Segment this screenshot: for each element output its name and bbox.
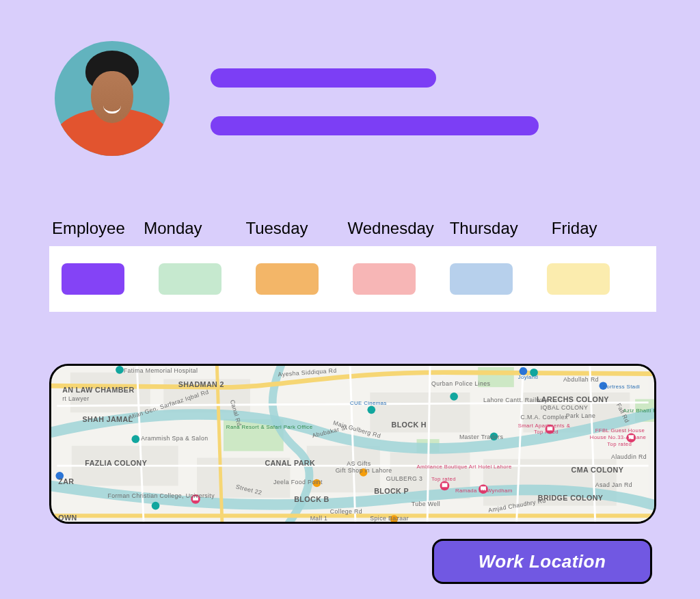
map-label-iqbal: IQBAL COLONY <box>541 404 589 411</box>
map-road-asad: Asad Jan Rd <box>595 481 632 488</box>
header-monday: Monday <box>144 219 245 238</box>
placeholder-line-2 <box>211 116 539 135</box>
map-label-block-b: BLOCK B <box>294 495 329 503</box>
work-location-button[interactable]: Work Location <box>432 539 652 584</box>
chip-employee[interactable] <box>62 263 124 295</box>
map-poi-cma-complex: C.M.A. Complex <box>521 414 568 421</box>
map-poi-fcc: Forman Christian College, University <box>107 492 215 499</box>
map-poi-cantt: Lahore Cantt. Railway <box>483 397 548 403</box>
profile-name-placeholder <box>211 68 539 135</box>
map-label-own: OWN <box>58 514 77 522</box>
svg-point-25 <box>132 435 140 443</box>
profile-header <box>55 41 539 156</box>
header-wednesday: Wednesday <box>348 219 450 238</box>
map-label-block-p: BLOCK P <box>374 487 409 495</box>
chip-friday[interactable] <box>547 263 610 295</box>
map-poi-asgifts: AS Gifts <box>347 460 371 467</box>
map-panel[interactable]: AN LAW CHAMBER rt Lawyer SHAH JAMAL SHAD… <box>49 364 656 524</box>
schedule-headers: Employee Monday Tuesday Wednesday Thursd… <box>49 219 656 246</box>
map-label-shadman2: SHADMAN 2 <box>178 380 224 388</box>
map-poi-master: Master Traders <box>459 434 504 440</box>
map-poi-ramada: Ramada by Wyndham <box>455 488 513 494</box>
chip-tuesday[interactable] <box>256 263 319 295</box>
svg-rect-17 <box>442 483 448 487</box>
map-poi-aziz: Aziz Bhatti Park <box>623 408 654 414</box>
header-friday: Friday <box>552 219 654 238</box>
work-location-label: Work Location <box>479 551 606 572</box>
map-road-abdullah: Abdullah Rd <box>563 376 599 383</box>
map-poi-qurban: Qurban Police Lines <box>431 380 490 387</box>
avatar[interactable] <box>55 41 170 156</box>
map-poi-ambiance: Ambiance Boutique Art Hotel Lahore <box>417 464 512 470</box>
map-label-fazlia: FAZLIA COLONY <box>85 459 147 467</box>
map-poi-joyland: Joyland <box>518 374 539 380</box>
header-thursday: Thursday <box>450 219 552 238</box>
header-tuesday: Tuesday <box>245 219 347 238</box>
map-poi-jeela: Jeela Food Point <box>273 479 323 485</box>
map-poi-cue: CUE Cinemas <box>350 400 387 406</box>
map-poi-smart: Smart Apartments & <box>518 423 571 429</box>
map-poi-arammish: Arammish Spa & Salon <box>141 435 208 442</box>
chip-thursday[interactable] <box>450 263 513 295</box>
svg-point-28 <box>450 392 458 401</box>
map-label-cma: CMA COLONY <box>571 466 624 474</box>
map-poi-ffbl: FFBL Guest House <box>595 427 645 434</box>
map-label-gulberg3: GULBERG 3 <box>386 475 423 482</box>
map-road-parkln: Park Lane <box>566 412 595 419</box>
map-road-tube: Tube Well <box>412 501 440 507</box>
svg-text:Top rated: Top rated <box>607 441 632 447</box>
map-road-college: College Rd <box>330 508 362 515</box>
map-label-canal-park: CANAL PARK <box>265 459 315 467</box>
svg-text:Top rated: Top rated <box>534 429 558 435</box>
svg-point-26 <box>152 502 160 510</box>
map-label-law-chamber: AN LAW CHAMBER <box>62 386 134 394</box>
schedule-row <box>49 246 656 312</box>
chip-monday[interactable] <box>159 263 221 295</box>
svg-point-27 <box>367 405 375 414</box>
map-poi-spice: Spice Bazaar <box>370 515 409 522</box>
svg-text:House No.33-A, Lane: House No.33-A, Lane <box>590 434 646 440</box>
map-label-bridge: BRIDGE COLONY <box>538 494 603 502</box>
map-label-block-h: BLOCK H <box>392 421 427 429</box>
svg-text:Top rated: Top rated <box>431 476 456 482</box>
map-poi-fortress: Fortress Stadi <box>603 384 640 390</box>
map-poi-fatima: Fatima Memorial Hospital <box>124 367 198 374</box>
chip-wednesday[interactable] <box>353 263 416 295</box>
placeholder-line-1 <box>211 68 436 88</box>
map-road-alauddin: Alauddin Rd <box>611 453 647 460</box>
map-label-shah-jamal: SHAH JAMAL <box>82 415 133 423</box>
map-svg: AN LAW CHAMBER rt Lawyer SHAH JAMAL SHAD… <box>51 366 654 522</box>
map-label-zar: ZAR <box>58 477 74 485</box>
svg-point-24 <box>116 366 124 374</box>
svg-text:Gift Shop in Lahore: Gift Shop in Lahore <box>336 467 392 474</box>
header-employee: Employee <box>52 219 144 238</box>
map-road-mall: Mall 1 <box>310 515 328 522</box>
schedule-section: Employee Monday Tuesday Wednesday Thursd… <box>49 219 656 312</box>
svg-text:rt Lawyer: rt Lawyer <box>62 395 90 402</box>
